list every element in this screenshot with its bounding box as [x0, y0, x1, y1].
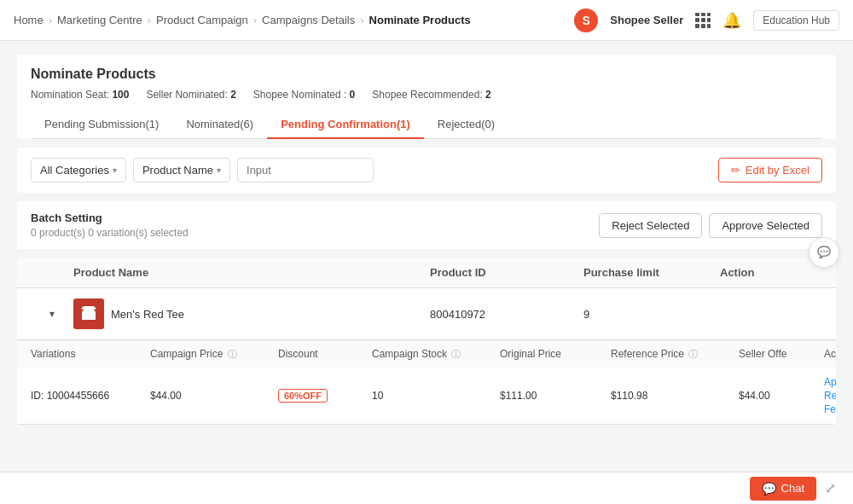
seller-nominated-stat: Seller Nominated: 2: [146, 89, 235, 101]
product-info-cell: Men's Red Tee: [73, 298, 430, 329]
var-header-campaign-stock: Campaign Stock ⓘ: [372, 348, 500, 361]
campaign-price-info-icon[interactable]: ⓘ: [228, 349, 237, 359]
tab-rejected[interactable]: Rejected(0): [424, 111, 508, 139]
campaign-stock-info-icon[interactable]: ⓘ: [451, 349, 461, 359]
var-header-reference-price: Reference Price ⓘ: [611, 348, 739, 361]
var-header-discount: Discount: [278, 348, 372, 361]
chat-bubble-icon: 💬: [817, 246, 831, 258]
edit-pencil-icon: ✏: [731, 164, 740, 177]
variation-discount: 60%OFF: [278, 390, 372, 402]
breadcrumb-nominate-products: Nominate Products: [369, 14, 471, 26]
variation-reference-price: $110.98: [611, 390, 739, 402]
filter-bar: All Categories ▾ Product Name ▾ ✏ Edit b…: [17, 148, 836, 193]
page-header: Nominate Products Nomination Seat: 100 S…: [17, 55, 836, 139]
shopee-recommended-stat: Shopee Recommended: 2: [372, 89, 490, 101]
var-header-action: Action: [824, 348, 836, 361]
product-name-chevron-icon: ▾: [217, 165, 221, 175]
header-purchase-limit: Purchase limit: [583, 266, 720, 279]
nomination-seat-stat: Nomination Seat: 100: [31, 89, 129, 101]
chat-button[interactable]: 💬 Chat: [750, 477, 816, 501]
tab-pending-confirmation[interactable]: Pending Confirmation(1): [267, 111, 424, 139]
batch-title: Batch Setting: [31, 211, 189, 224]
batch-subtitle: 0 product(s) 0 variation(s) selected: [31, 227, 189, 239]
chat-icon: 💬: [762, 482, 776, 495]
nomination-stats: Nomination Seat: 100 Seller Nominated: 2…: [31, 89, 822, 101]
var-header-seller-offer: Seller Offe: [739, 348, 824, 361]
table-row: ▾ Men's Red Tee 800410972 9: [17, 288, 836, 340]
approve-selected-button[interactable]: Approve Selected: [709, 213, 822, 238]
header-toggle-col: [31, 266, 73, 279]
header-action: Action: [720, 266, 822, 279]
notification-bell-icon[interactable]: 🔔: [722, 11, 741, 30]
filter-input[interactable]: [237, 158, 374, 182]
batch-left: Batch Setting 0 product(s) 0 variation(s…: [31, 211, 189, 239]
row-expand-icon[interactable]: ▾: [31, 308, 73, 320]
breadcrumb-home[interactable]: Home: [14, 14, 44, 26]
breadcrumb-marketing[interactable]: Marketing Centre: [57, 14, 142, 26]
discount-badge: 60%OFF: [278, 389, 328, 403]
variation-campaign-price: $44.00: [150, 390, 278, 402]
batch-setting: Batch Setting 0 product(s) 0 variation(s…: [17, 201, 836, 249]
product-name-select[interactable]: Product Name ▾: [133, 158, 230, 182]
var-header-variations: Variations: [31, 348, 150, 361]
tab-nominated[interactable]: Nominated(6): [172, 111, 267, 139]
edu-hub-button[interactable]: Education Hub: [753, 10, 839, 31]
purchase-limit-cell: 9: [583, 308, 720, 321]
reference-price-info-icon[interactable]: ⓘ: [688, 349, 698, 359]
product-thumbnail: [73, 298, 104, 329]
product-table: Product Name Product ID Purchase limit A…: [17, 258, 836, 425]
page-title: Nominate Products: [31, 67, 822, 82]
variation-row: ID: 10004455666 $44.00 60%OFF 10 $111.00…: [17, 368, 836, 424]
filter-left: All Categories ▾ Product Name ▾: [31, 158, 374, 182]
table-header-row: Product Name Product ID Purchase limit A…: [17, 258, 836, 288]
top-nav: Home › Marketing Centre › Product Campai…: [0, 0, 853, 41]
reject-link[interactable]: Reject: [824, 390, 836, 402]
batch-actions: Reject Selected Approve Selected: [599, 213, 822, 238]
expand-icon[interactable]: ⤢: [825, 480, 836, 496]
apps-grid-icon[interactable]: [695, 13, 711, 28]
variation-actions: Approve Reject Feedback: [824, 376, 836, 415]
shopee-nominated-stat: Shopee Nominated : 0: [253, 89, 355, 101]
edit-by-excel-button[interactable]: ✏ Edit by Excel: [718, 158, 822, 182]
variation-id: ID: 10004455666: [31, 390, 150, 402]
reject-selected-button[interactable]: Reject Selected: [599, 213, 702, 238]
product-name-text: Men's Red Tee: [111, 308, 184, 321]
tab-pending-submission[interactable]: Pending Submission(1): [31, 111, 172, 139]
var-header-original-price: Original Price: [500, 348, 611, 361]
seller-name: Shopee Seller: [610, 14, 683, 26]
breadcrumb: Home › Marketing Centre › Product Campai…: [14, 14, 471, 26]
variation-section: Variations Campaign Price ⓘ Discount Cam…: [17, 340, 836, 425]
variation-original-price: $111.00: [500, 390, 611, 402]
breadcrumb-product-campaign[interactable]: Product Campaign: [156, 14, 248, 26]
tabs-bar: Pending Submission(1) Nominated(6) Pendi…: [31, 111, 822, 139]
category-select[interactable]: All Categories ▾: [31, 158, 126, 182]
breadcrumb-campaigns-details[interactable]: Campaigns Details: [262, 14, 355, 26]
floating-action-button[interactable]: 💬: [809, 237, 839, 268]
shopee-logo: S: [574, 9, 598, 32]
top-nav-right: S Shopee Seller 🔔 Education Hub: [574, 9, 839, 32]
approve-link[interactable]: Approve: [824, 376, 836, 388]
header-product-name: Product Name: [73, 266, 430, 279]
main-content: Nominate Products Nomination Seat: 100 S…: [0, 41, 853, 504]
bottom-chat-bar: 💬 Chat ⤢: [0, 472, 853, 504]
feedback-link[interactable]: Feedback: [824, 403, 836, 415]
variation-seller-offer: $44.00: [739, 390, 824, 402]
category-chevron-icon: ▾: [113, 165, 117, 175]
header-product-id: Product ID: [430, 266, 583, 279]
product-id-cell: 800410972: [430, 308, 583, 321]
variation-header-row: Variations Campaign Price ⓘ Discount Cam…: [17, 340, 836, 368]
var-header-campaign-price: Campaign Price ⓘ: [150, 348, 278, 361]
variation-campaign-stock: 10: [372, 390, 500, 402]
